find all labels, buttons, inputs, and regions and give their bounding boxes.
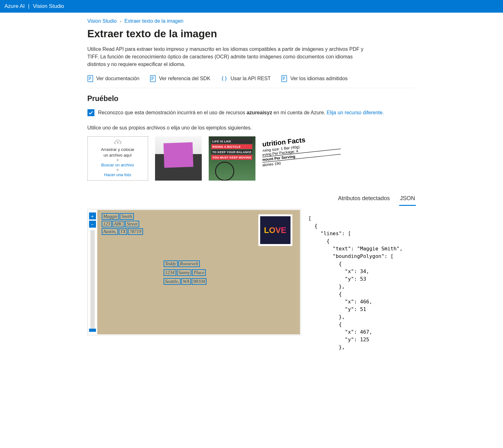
upload-or-2: o — [117, 168, 119, 171]
det-recip-st2: Place — [192, 269, 206, 276]
result-envelope-image[interactable]: MaggieSmith 123ABCStreet Austin,TX78719 … — [97, 210, 300, 334]
tab-json[interactable]: JSON — [399, 193, 416, 206]
tryout-heading: Pruébelo — [87, 94, 416, 103]
zoom-in-button[interactable]: + — [89, 212, 96, 219]
link-documentation[interactable]: Ver documentación — [87, 75, 140, 82]
header-bar: Azure AI | Vision Studio — [0, 0, 503, 13]
det-sender-state: TX — [119, 228, 128, 235]
ack-resource-name: azureaisyz — [247, 110, 272, 115]
link-rest-label: Usar la API REST — [231, 76, 271, 81]
det-recip-st: Sunny — [177, 269, 192, 276]
svg-rect-8 — [282, 75, 287, 82]
link-rest-api[interactable]: Usar la API REST — [221, 75, 271, 82]
brand-link[interactable]: Azure AI — [4, 3, 25, 9]
acknowledgement-text: Reconozco que esta demostración incurrir… — [98, 109, 384, 116]
product-link[interactable]: Vision Studio — [33, 3, 64, 9]
breadcrumb-root[interactable]: Vision Studio — [87, 18, 117, 24]
check-icon — [88, 111, 93, 115]
breadcrumb-current: Extraer texto de la imagen — [124, 18, 183, 24]
det-sender-zip: 78719 — [128, 228, 143, 235]
results-tabs: Atributos detectados JSON — [87, 193, 416, 206]
det-recip-zip: 98104 — [192, 278, 207, 285]
sample-instruction: Utilice uno de sus propios archivos o el… — [87, 125, 416, 131]
sample-image-stickynote[interactable] — [155, 136, 202, 181]
det-recip-num: 1234 — [164, 269, 176, 276]
acknowledgement-row: Reconozco que esta demostración incurrir… — [87, 109, 416, 116]
ack-suffix: en mi cuenta de Azure. — [272, 110, 327, 115]
tab-detected-attributes[interactable]: Atributos detectados — [337, 193, 390, 206]
det-recip-city: Seattle, — [164, 278, 181, 285]
link-sdk-label: Ver referencia del SDK — [159, 76, 210, 81]
link-sdk-reference[interactable]: Ver referencia del SDK — [150, 75, 210, 82]
zoom-out-button[interactable]: − — [89, 221, 96, 228]
det-sender-st: ABC — [112, 221, 124, 227]
det-sender-num: 123 — [102, 221, 112, 227]
choose-different-resource-link[interactable]: Elija un recurso diferente. — [326, 110, 384, 115]
zoom-slider-thumb[interactable] — [89, 329, 96, 332]
acknowledgement-checkbox[interactable] — [87, 109, 94, 116]
sample2-line4: YOU MUST KEEP MOVING — [211, 155, 252, 160]
det-recip-first: Teddy — [164, 260, 178, 267]
sample2-line2: RIDING A BICYCLE — [211, 144, 252, 149]
zoom-control: + − — [88, 209, 97, 335]
breadcrumb: Vision Studio › Extraer texto de la imag… — [87, 18, 416, 24]
upload-dropzone[interactable]: Arrastrar y colocar un archivo aquí o Bu… — [87, 136, 148, 181]
document-icon — [150, 75, 156, 82]
doc-links-row: Ver documentación Ver referencia del SDK… — [87, 75, 416, 88]
browse-file-link[interactable]: Buscar un archivo — [101, 163, 134, 167]
zoom-slider[interactable] — [90, 230, 95, 332]
samples-row: Arrastrar y colocar un archivo aquí o Bu… — [87, 136, 416, 181]
header-separator: | — [28, 3, 29, 9]
upload-or-1: o — [117, 158, 119, 162]
svg-rect-0 — [88, 75, 93, 82]
sample-image-nutrition[interactable]: Nutrition Facts Serving size: 1 Bar (40g… — [262, 136, 341, 181]
document-icon — [87, 75, 93, 82]
stamp-image — [258, 214, 292, 246]
image-result-viewer: + − MaggieSmith 123ABCStreet Austin,TX78… — [87, 209, 301, 335]
det-recip-last: Roosevelt — [178, 260, 200, 267]
det-sender-st2: Street — [125, 221, 139, 227]
upload-drag-label-1: Arrastrar y colocar — [101, 147, 134, 152]
link-documentation-label: Ver documentación — [96, 76, 140, 81]
svg-rect-4 — [150, 75, 155, 82]
document-icon — [281, 75, 287, 82]
cloud-upload-icon — [111, 140, 124, 145]
page-title: Extraer texto de la imagen — [87, 28, 416, 40]
upload-drag-label-2: un archivo aquí — [104, 153, 132, 158]
ack-prefix: Reconozco que esta demostración incurrir… — [98, 110, 247, 115]
braces-icon — [221, 75, 227, 82]
sample2-line1: LIFE IS LIKE — [211, 139, 252, 144]
json-output[interactable]: [ { "lines": [ { "text": "Maggie Smith",… — [308, 209, 403, 351]
link-languages-label: Ver los idiomas admitidos — [290, 76, 347, 81]
take-photo-link[interactable]: Hacer una foto — [104, 172, 131, 177]
link-supported-languages[interactable]: Ver los idiomas admitidos — [281, 75, 347, 82]
det-recip-state: WA — [181, 278, 191, 285]
chevron-right-icon: › — [120, 19, 121, 24]
det-sender-last: Smith — [120, 213, 134, 220]
sample2-line3: TO KEEP YOUR BALANCE — [211, 150, 252, 154]
det-sender-first: Maggie — [102, 213, 119, 220]
page-description: Utilice Read API para extraer texto impr… — [87, 45, 368, 68]
results-area: + − MaggieSmith 123ABCStreet Austin,TX78… — [87, 209, 416, 351]
det-sender-city: Austin, — [102, 228, 118, 235]
sample-image-bicycle[interactable]: LIFE IS LIKE RIDING A BICYCLE TO KEEP YO… — [209, 136, 255, 181]
